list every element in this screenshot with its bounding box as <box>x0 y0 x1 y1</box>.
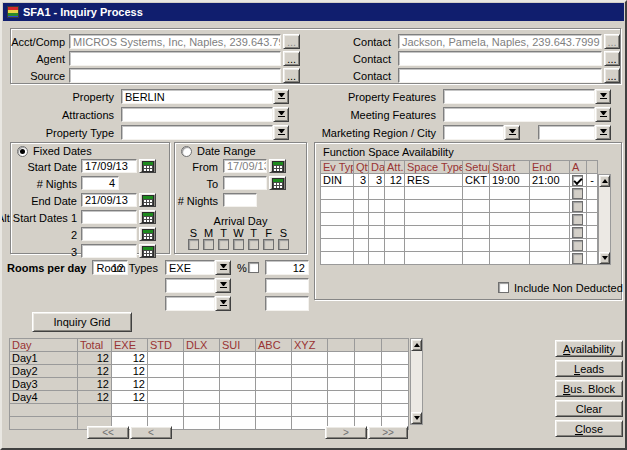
start-cell[interactable]: 19:00 <box>490 174 530 187</box>
room-count-2-field[interactable] <box>265 278 309 293</box>
space-type-cell[interactable]: RES <box>405 174 463 187</box>
property-type-dropdown-button[interactable] <box>273 125 289 140</box>
exe-cell[interactable]: 12 <box>112 352 148 365</box>
pager-last-button[interactable]: >> <box>368 426 408 439</box>
percent-checkbox[interactable] <box>248 262 259 273</box>
room-type-2-field[interactable] <box>165 278 215 293</box>
arrival-day-checkbox-tue[interactable] <box>218 239 229 250</box>
function-space-scrollbar[interactable] <box>598 174 611 265</box>
alt-start-3-calendar-button[interactable] <box>139 244 156 258</box>
acct-comp-lookup-button[interactable]: ... <box>283 34 300 49</box>
bus-block-button[interactable]: Bus. Block <box>555 380 623 397</box>
deduct-checkbox[interactable] <box>572 175 583 186</box>
room-type-3-dropdown-button[interactable] <box>215 296 231 311</box>
date-range-radio[interactable] <box>181 146 192 157</box>
acct-comp-field[interactable]: MICROS Systems, Inc, Naples, 239.643.799… <box>69 34 281 49</box>
to-field[interactable] <box>223 176 267 190</box>
room-type-1-dropdown-button[interactable] <box>215 260 231 275</box>
col-dlx: DLX <box>184 339 220 352</box>
room-count-1-field[interactable]: 12 <box>265 260 309 275</box>
start-date-calendar-button[interactable] <box>139 159 156 173</box>
title-bar[interactable]: SFA1 - Inquiry Process <box>3 3 624 21</box>
inquiry-grid-scrollbar[interactable] <box>410 338 423 425</box>
fixed-dates-radio[interactable] <box>17 146 28 157</box>
range-nights-field[interactable] <box>223 193 257 207</box>
meeting-features-dropdown-button[interactable] <box>595 107 611 122</box>
include-non-deducted-checkbox[interactable] <box>498 282 509 293</box>
pager-next-button[interactable]: > <box>325 426 367 439</box>
arrival-day-checkbox-wed[interactable] <box>233 239 244 250</box>
pager-first-button[interactable]: << <box>87 426 129 439</box>
contact3-lookup-button[interactable]: ... <box>604 68 620 83</box>
marketing-city-dropdown-button[interactable] <box>595 125 611 140</box>
day-cell: Day4 <box>10 391 78 404</box>
function-space-empty-row <box>321 252 598 265</box>
contact2-label: Contact <box>353 53 391 65</box>
availability-button[interactable]: Availability <box>555 340 623 357</box>
day-cell[interactable]: 3 <box>369 174 385 187</box>
calendar-icon <box>142 246 154 257</box>
arrival-day-checkbox-mon[interactable] <box>203 239 214 250</box>
to-calendar-button[interactable] <box>269 176 286 190</box>
alt-start-2-calendar-button[interactable] <box>139 227 156 241</box>
start-date-field[interactable]: 17/09/13 <box>81 159 137 173</box>
leads-button[interactable]: Leads <box>555 360 623 377</box>
att-cell[interactable]: 12 <box>385 174 405 187</box>
marketing-city-field[interactable] <box>538 125 595 140</box>
source-field[interactable] <box>69 68 281 83</box>
setup-cell[interactable]: CKT <box>463 174 490 187</box>
end-date-calendar-button[interactable] <box>139 193 156 207</box>
property-field[interactable]: BERLIN <box>121 89 273 104</box>
room-type-3-field[interactable] <box>165 296 215 311</box>
end-cell[interactable]: 21:00 <box>530 174 570 187</box>
arrival-day-checkbox-thu[interactable] <box>248 239 259 250</box>
scroll-up-button[interactable] <box>599 175 610 187</box>
agent-field[interactable] <box>69 51 281 66</box>
room-count-3-field[interactable] <box>265 296 309 311</box>
scroll-down-button[interactable] <box>599 252 610 264</box>
arrival-day-checkbox-sun[interactable] <box>188 239 199 250</box>
source-lookup-button[interactable]: ... <box>283 68 300 83</box>
marketing-region-field[interactable] <box>443 125 504 140</box>
arrival-day-checkbox-fri[interactable] <box>263 239 274 250</box>
ev-type-cell[interactable]: DIN <box>321 174 354 187</box>
contact3-field[interactable] <box>398 68 602 83</box>
room-type-2-dropdown-button[interactable] <box>215 278 231 293</box>
qty-cell[interactable]: 3 <box>354 174 369 187</box>
contact1-lookup-button[interactable]: ... <box>604 34 620 49</box>
close-button[interactable]: Close <box>555 420 623 437</box>
marketing-region-dropdown-button[interactable] <box>504 125 520 140</box>
end-date-field[interactable]: 21/09/13 <box>81 193 137 207</box>
calendar-icon <box>272 161 284 172</box>
attractions-field[interactable] <box>121 107 273 122</box>
agent-lookup-button[interactable]: ... <box>283 51 300 66</box>
contact1-field[interactable]: Jackson, Pamela, Naples, 239.643.7999 <box>398 34 602 49</box>
nights-field[interactable]: 4 <box>81 176 119 190</box>
pager-prev-button[interactable]: < <box>130 426 172 439</box>
leads-button-label: Leads <box>574 363 604 375</box>
clear-button[interactable]: Clear <box>555 400 623 417</box>
alt-start-1-calendar-button[interactable] <box>139 210 156 224</box>
scroll-down-button[interactable] <box>411 412 422 424</box>
attractions-dropdown-button[interactable] <box>273 107 289 122</box>
property-features-dropdown-button[interactable] <box>595 89 611 104</box>
exe-cell[interactable]: 12 <box>112 378 148 391</box>
exe-cell[interactable]: 12 <box>112 391 148 404</box>
alt-start-3-field[interactable] <box>81 244 137 258</box>
contact2-field[interactable] <box>398 51 602 66</box>
alt-start-2-field[interactable] <box>81 227 137 241</box>
meeting-features-field[interactable] <box>443 107 595 122</box>
property-features-label: Property Features <box>348 91 436 103</box>
inquiry-grid-button[interactable]: Inquiry Grid <box>32 312 132 332</box>
property-features-field[interactable] <box>443 89 595 104</box>
arrival-day-checkbox-sat[interactable] <box>278 239 289 250</box>
alt-start-1-field[interactable] <box>81 210 137 224</box>
from-field[interactable]: 17/09/13 <box>223 159 267 173</box>
from-calendar-button[interactable] <box>269 159 286 173</box>
property-dropdown-button[interactable] <box>273 89 289 104</box>
room-type-1-field[interactable]: EXE <box>165 260 215 275</box>
contact2-lookup-button[interactable]: ... <box>604 51 620 66</box>
property-type-field[interactable] <box>121 125 273 140</box>
scroll-up-button[interactable] <box>411 339 422 351</box>
exe-cell[interactable]: 12 <box>112 365 148 378</box>
